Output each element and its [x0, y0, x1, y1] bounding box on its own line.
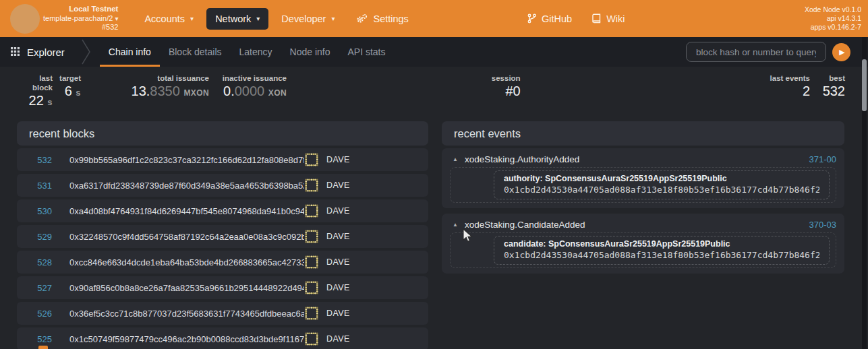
block-hash: 0xa4d08bf4764931f84d6269447bf545e8074968…: [69, 206, 304, 216]
github-link[interactable]: GitHub: [527, 13, 572, 24]
book-icon: [592, 13, 601, 24]
chevron-down-icon: ▾: [115, 15, 118, 22]
block-number-link[interactable]: 530: [28, 206, 52, 216]
block-row: 530 0xa4d08bf4764931f84d6269447bf545e807…: [17, 199, 428, 222]
validator-identicon[interactable]: [304, 306, 319, 321]
event-card: ▲ xodeStaking.AuthorityAdded 371-00 auth…: [442, 148, 844, 208]
block-number-link[interactable]: 529: [28, 232, 52, 242]
wiki-link[interactable]: Wiki: [592, 13, 625, 24]
block-row: 531 0xa6317dfd238348739de87f60d349a38e5a…: [17, 174, 428, 197]
git-branch-icon: [527, 13, 536, 24]
app-explorer[interactable]: Explorer: [11, 46, 65, 58]
stat-target: target 6 s: [53, 73, 81, 101]
validator-identicon[interactable]: [304, 152, 319, 167]
block-hash: 0x99bb565a96df1c2c823c37ca3212fc166d62d1…: [69, 155, 304, 165]
chain-name: Local Testnet: [43, 5, 118, 14]
block-number-link[interactable]: 525: [28, 334, 52, 344]
tab-api-stats[interactable]: API stats: [339, 37, 394, 67]
event-param-value: 0x1cbd2d43530a44705ad088af313e18f80b53ef…: [504, 184, 819, 195]
validator-identicon[interactable]: [304, 178, 319, 193]
block-hash: 0x32248570c9f4dd564758af87192c64a2eaa0e0…: [69, 232, 304, 242]
block-hash: 0x36ef5c3cc71c8b877037d23f5683631f774346…: [69, 309, 304, 319]
block-row: 526 0x36ef5c3cc71c8b877037d23f5683631f77…: [17, 302, 428, 325]
event-name: xodeStaking.AuthorityAdded: [465, 154, 579, 164]
block-number-link[interactable]: 526: [28, 309, 52, 319]
block-number-link[interactable]: 531: [28, 181, 52, 191]
block-number-link[interactable]: 532: [28, 155, 52, 165]
nav-accounts[interactable]: Accounts ▾: [136, 8, 202, 30]
top-navigation: Accounts ▾ Network ▾ Developer ▾ Setting…: [136, 8, 417, 30]
scrollbar-track: [862, 37, 867, 349]
validator-identicon[interactable]: [304, 255, 319, 269]
recent-blocks-panel: recent blocks 532 0x99bb565a96df1c2c823c…: [17, 121, 428, 349]
block-author: DAVE: [304, 306, 417, 321]
event-details: authority: SpConsensusAuraSr25519AppSr25…: [450, 167, 836, 203]
recent-blocks-title: recent blocks: [17, 121, 428, 146]
event-block-index-link[interactable]: 370-03: [809, 220, 836, 230]
block-search-input[interactable]: [686, 42, 826, 62]
block-hash: 0x90af856c0b8a8ce26a7faa82535a9661b29514…: [69, 283, 304, 293]
block-author: DAVE: [304, 152, 417, 167]
scrollbar-thumb[interactable]: [862, 59, 867, 111]
event-param-box: candidate: SpConsensusAuraSr25519AppSr25…: [494, 236, 830, 265]
block-author: DAVE: [304, 255, 417, 269]
main-content: recent blocks 532 0x99bb565a96df1c2c823c…: [0, 120, 868, 349]
tab-block-details[interactable]: Block details: [160, 37, 231, 67]
validator-identicon[interactable]: [304, 229, 319, 244]
block-row: 525 0x1c50749f59877479cc496ac2b90b0088cc…: [17, 327, 428, 349]
search-go-button[interactable]: ▶: [832, 43, 850, 61]
chevron-down-icon: ▾: [331, 15, 335, 22]
block-row: 528 0xcc846e663d4dcde1eba64ba53bde4bd266…: [17, 251, 428, 274]
validator-identicon[interactable]: [304, 280, 319, 295]
block-number-link[interactable]: 527: [28, 283, 52, 293]
block-number-link[interactable]: 528: [28, 257, 52, 267]
nav-settings[interactable]: Settings: [347, 8, 417, 30]
nav-developer[interactable]: Developer ▾: [272, 8, 343, 30]
play-icon: ▶: [839, 48, 844, 57]
block-hash: 0x1c50749f59877479cc496ac2b90b0088ccd83d…: [69, 334, 304, 344]
gear-icon: [356, 13, 368, 24]
chevron-down-icon: ▾: [256, 15, 260, 22]
chain-best-block: #532: [43, 23, 118, 32]
event-details: candidate: SpConsensusAuraSr25519AppSr25…: [450, 232, 836, 268]
breadcrumb-chevron-icon: [81, 39, 92, 65]
event-header: ▲ xodeStaking.CandidateAdded 370-03: [450, 218, 836, 231]
chain-selector[interactable]: Local Testnet template-parachain/2 ▾ #53…: [43, 5, 118, 32]
block-hash: 0xcc846e663d4dcde1eba64ba53bde4bd2668836…: [69, 257, 304, 267]
chain-spec: template-parachain/2 ▾: [43, 14, 118, 24]
nav-network[interactable]: Network ▾: [206, 8, 268, 30]
event-param-value: 0x1cbd2d43530a44705ad088af313e18f80b53ef…: [504, 249, 819, 261]
partial-element-bottom: [38, 346, 48, 349]
event-param-label: authority: SpConsensusAuraSr25519AppSr25…: [504, 174, 819, 184]
top-header: Local Testnet template-parachain/2 ▾ #53…: [0, 0, 868, 37]
tab-chain-info[interactable]: Chain info: [100, 37, 160, 67]
validator-identicon[interactable]: [304, 331, 319, 346]
explorer-menubar: Explorer Chain info Block details Latenc…: [0, 37, 868, 67]
block-author: DAVE: [304, 229, 417, 244]
block-author: DAVE: [304, 331, 417, 346]
stat-last-events: last events 2: [756, 73, 810, 99]
apps-version: apps v0.146.2-7: [805, 23, 861, 32]
collapse-icon[interactable]: ▲: [453, 222, 458, 228]
grid-icon: [11, 47, 20, 57]
stat-inactive-issuance: inactive issuance 0.0000 XON: [209, 73, 287, 101]
chain-summary-stats: last block 22 s target 6 s total issuanc…: [0, 67, 868, 120]
event-card: ▲ xodeStaking.CandidateAdded 370-03 cand…: [442, 214, 844, 274]
collapse-icon[interactable]: ▲: [453, 156, 458, 162]
event-name: xodeStaking.CandidateAdded: [465, 220, 585, 230]
external-links: GitHub Wiki: [527, 0, 625, 37]
tab-node-info[interactable]: Node info: [281, 37, 339, 67]
block-search: ▶: [686, 42, 850, 62]
block-author: DAVE: [304, 203, 417, 218]
block-row: 529 0x32248570c9f4dd564758af87192c64a2ea…: [17, 225, 428, 248]
event-param-box: authority: SpConsensusAuraSr25519AppSr25…: [494, 170, 830, 199]
network-avatar[interactable]: [10, 4, 40, 34]
explorer-tabs: Chain info Block details Latency Node in…: [100, 37, 395, 67]
event-block-index-link[interactable]: 371-00: [809, 154, 836, 164]
tab-latency[interactable]: Latency: [231, 37, 281, 67]
validator-identicon[interactable]: [304, 203, 319, 218]
block-author: DAVE: [304, 280, 417, 295]
stat-session: session #0: [492, 73, 521, 99]
stat-total-issuance: total issuance 13.8350 MXON: [81, 73, 209, 101]
block-hash: 0xa6317dfd238348739de87f60d349a38e5aa465…: [69, 181, 304, 191]
